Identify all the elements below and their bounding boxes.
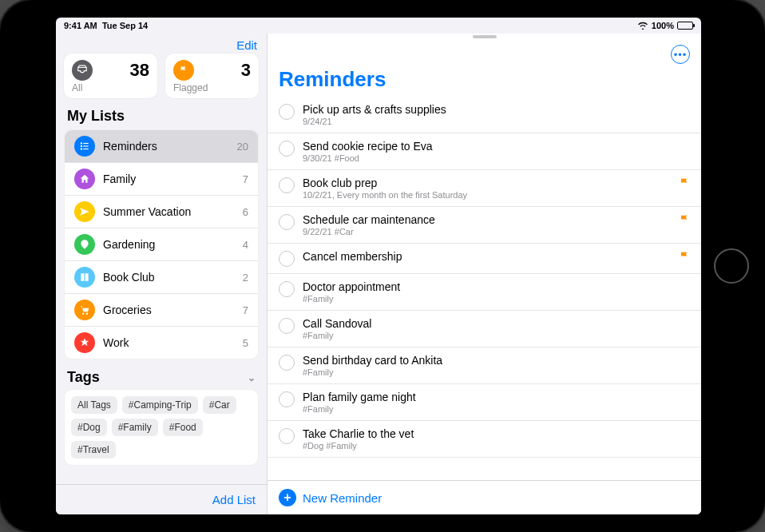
content-area: Edit 38 All xyxy=(56,34,701,514)
add-list-button[interactable]: Add List xyxy=(212,493,256,506)
reminder-row[interactable]: Plan family game night#Family xyxy=(268,384,701,421)
smart-card-flagged[interactable]: 3 Flagged xyxy=(165,54,259,98)
reminder-row[interactable]: Cancel membership xyxy=(268,244,701,274)
reminder-title: Plan family game night xyxy=(303,391,690,403)
complete-toggle[interactable] xyxy=(279,355,295,371)
card-flagged-label: Flagged xyxy=(173,82,251,93)
ipad-device-frame: 9:41 AM Tue Sep 14 100% Edit xyxy=(0,0,765,532)
reminder-subtitle: 9/24/21 xyxy=(303,117,690,126)
smart-card-all[interactable]: 38 All xyxy=(64,54,157,98)
complete-toggle[interactable] xyxy=(279,251,295,267)
svg-point-6 xyxy=(82,313,84,315)
reminder-row[interactable]: Send cookie recipe to Eva9/30/21 #Food xyxy=(268,133,701,170)
svg-rect-5 xyxy=(83,149,88,149)
reminder-subtitle: 10/2/21, Every month on the first Saturd… xyxy=(303,190,671,200)
reminder-tags: #Family xyxy=(303,331,690,340)
reminder-row[interactable]: Schedule car maintenance9/22/21 #Car xyxy=(268,207,701,244)
tag-chip[interactable]: #Travel xyxy=(71,441,116,459)
sidebar-list-item[interactable]: Family7 xyxy=(65,163,258,196)
list-count: 20 xyxy=(237,141,248,153)
new-reminder-button[interactable]: New Reminder xyxy=(303,491,382,505)
sidebar-bottom-bar: Add List xyxy=(56,484,267,514)
reminder-title: Send birthday card to Ankita xyxy=(303,354,690,367)
list-icon xyxy=(74,267,95,288)
reminder-tags: #Family xyxy=(303,294,690,304)
flag-icon xyxy=(679,214,690,228)
list-name: Book Club xyxy=(103,271,235,284)
my-lists-header: My Lists xyxy=(56,106,267,129)
complete-toggle[interactable] xyxy=(279,214,295,230)
sidebar: Edit 38 All xyxy=(56,34,268,514)
page-title: Reminders xyxy=(268,66,701,97)
complete-toggle[interactable] xyxy=(279,141,295,157)
reminder-title: Cancel membership xyxy=(303,250,671,263)
tag-chip[interactable]: #Family xyxy=(112,419,158,436)
status-time: 9:41 AM xyxy=(64,21,97,30)
list-count: 7 xyxy=(243,304,248,316)
list-name: Groceries xyxy=(103,304,235,316)
svg-point-4 xyxy=(81,148,82,149)
status-right: 100% xyxy=(637,21,693,30)
more-button[interactable]: ••• xyxy=(671,45,690,64)
home-button[interactable] xyxy=(714,248,749,284)
complete-toggle[interactable] xyxy=(279,177,295,193)
reminder-row[interactable]: Take Charlie to the vet#Dog #Family xyxy=(268,421,701,458)
tag-chip[interactable]: #Camping-Trip xyxy=(122,396,198,414)
complete-toggle[interactable] xyxy=(279,281,295,297)
sidebar-list-item[interactable]: Groceries7 xyxy=(65,294,258,327)
tag-chip[interactable]: #Food xyxy=(163,419,203,436)
reminder-row[interactable]: Book club prep10/2/21, Every month on th… xyxy=(268,170,701,207)
list-count: 6 xyxy=(243,206,248,218)
reminder-tags: #Family xyxy=(303,367,690,377)
chevron-down-icon: ⌄ xyxy=(248,372,256,383)
list-icon xyxy=(74,234,95,255)
reminder-body: Send birthday card to Ankita#Family xyxy=(303,354,690,377)
list-count: 7 xyxy=(243,173,248,185)
sidebar-list-item[interactable]: Summer Vacation6 xyxy=(65,196,258,228)
plus-circle-icon[interactable]: + xyxy=(279,489,296,506)
tags-container: All Tags#Camping-Trip#Car#Dog#Family#Foo… xyxy=(64,389,259,466)
reminder-title: Send cookie recipe to Eva xyxy=(303,140,690,153)
tag-chip[interactable]: #Car xyxy=(203,396,236,414)
list-count: 5 xyxy=(243,337,248,349)
svg-point-0 xyxy=(81,142,82,144)
battery-percent: 100% xyxy=(652,21,674,30)
reminder-row[interactable]: Send birthday card to Ankita#Family xyxy=(268,347,701,384)
tag-chip[interactable]: All Tags xyxy=(71,396,117,414)
sidebar-list-item[interactable]: Reminders20 xyxy=(65,130,258,163)
list-icon xyxy=(74,169,95,189)
reminders-list[interactable]: Pick up arts & crafts supplies9/24/21Sen… xyxy=(268,97,701,480)
reminder-subtitle: 9/22/21 #Car xyxy=(303,227,671,236)
reminder-row[interactable]: Doctor appointment#Family xyxy=(268,274,701,311)
reminder-row[interactable]: Pick up arts & crafts supplies9/24/21 xyxy=(268,97,701,133)
card-all-label: All xyxy=(72,82,149,93)
flag-icon xyxy=(679,177,690,191)
svg-point-2 xyxy=(81,145,82,147)
sidebar-list-item[interactable]: Book Club2 xyxy=(65,261,258,294)
main-bottom-bar: + New Reminder xyxy=(268,480,701,514)
list-name: Gardening xyxy=(103,238,235,251)
complete-toggle[interactable] xyxy=(279,391,295,407)
reminder-row[interactable]: Call Sandoval#Family xyxy=(268,311,701,347)
complete-toggle[interactable] xyxy=(279,104,295,120)
tag-chip[interactable]: #Dog xyxy=(71,419,107,436)
sidebar-list-item[interactable]: Work5 xyxy=(65,327,258,359)
reminder-body: Doctor appointment#Family xyxy=(303,280,690,304)
edit-button[interactable]: Edit xyxy=(236,38,257,52)
sidebar-list-item[interactable]: Gardening4 xyxy=(65,228,258,261)
card-flagged-count: 3 xyxy=(241,60,251,81)
main-panel: ••• Reminders Pick up arts & crafts supp… xyxy=(268,34,701,514)
complete-toggle[interactable] xyxy=(279,318,295,334)
multitask-handle[interactable] xyxy=(473,35,497,38)
status-date: Tue Sep 14 xyxy=(102,21,148,30)
complete-toggle[interactable] xyxy=(279,428,295,444)
sidebar-toolbar: Edit xyxy=(56,34,267,54)
reminder-body: Cancel membership xyxy=(303,250,671,263)
tags-header-row[interactable]: Tags ⌄ xyxy=(56,359,267,389)
list-count: 4 xyxy=(243,239,248,251)
reminder-body: Take Charlie to the vet#Dog #Family xyxy=(303,427,690,451)
reminder-subtitle: 9/30/21 #Food xyxy=(303,153,690,163)
reminder-title: Doctor appointment xyxy=(303,280,690,293)
flag-icon xyxy=(173,60,194,81)
reminder-body: Book club prep10/2/21, Every month on th… xyxy=(303,177,671,200)
